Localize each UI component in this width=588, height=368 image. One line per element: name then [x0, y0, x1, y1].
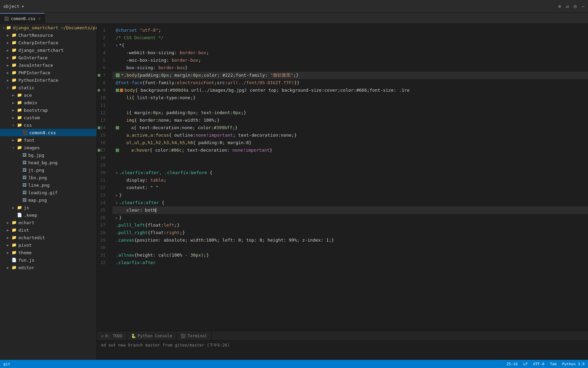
- gear-icon[interactable]: ⚙: [574, 3, 577, 10]
- fold-marker[interactable]: [116, 193, 118, 198]
- sidebar-item-bootstrap[interactable]: ▶ 📁 bootstrap: [0, 106, 97, 114]
- folder-icon: 📁: [17, 100, 22, 105]
- sidebar-label: echartedit: [18, 235, 45, 240]
- sidebar-item-font[interactable]: ▶ 📁 font: [0, 136, 97, 144]
- folder-arrow: ▶: [7, 41, 10, 45]
- folder-icon: 📁: [6, 25, 11, 30]
- folder-icon: 📁: [12, 40, 17, 45]
- fold-marker[interactable]: [116, 170, 118, 175]
- terminal-tab-todo[interactable]: ☑ 6: TODO: [97, 331, 127, 341]
- tab-icon: ⬛: [4, 16, 9, 21]
- token: box-sizing:: [116, 64, 158, 71]
- sidebar-item-theme[interactable]: ▶ 📁 theme: [0, 249, 97, 256]
- token: content: " ": [116, 184, 158, 191]
- sidebar-item-bg-jpg[interactable]: 🖼 bg.jpg: [0, 151, 97, 159]
- sidebar-item-comon0-css[interactable]: ⬛ comon0.css: [0, 129, 97, 136]
- fold-marker[interactable]: [116, 43, 118, 48]
- fold-marker[interactable]: [116, 215, 118, 220]
- sidebar-item-fun-js[interactable]: 📄 fun.js: [0, 256, 97, 264]
- folder-icon: 📁: [17, 145, 22, 150]
- line-num-5: 5: [97, 57, 108, 64]
- sidebar-item-django_smartchart[interactable]: ▾ 📁 django_smartchart ~/Documents/projec: [0, 24, 97, 31]
- sidebar-label: bg.jpg: [28, 153, 44, 158]
- sidebar-item-editor[interactable]: ▶ 📁 editor: [0, 264, 97, 271]
- sidebar-item-echart[interactable]: ▶ 📁 echart: [0, 219, 97, 226]
- sidebar-item-css[interactable]: ▾ 📁 css: [0, 121, 97, 129]
- token: ol,ul,p,h1,h2,h3,h4,h5,h6: [126, 139, 193, 146]
- todo-icon: ☑: [101, 334, 103, 338]
- sidebar-item-ChartResource[interactable]: ▶ 📁 ChartResource: [0, 31, 97, 39]
- sidebar-item-js[interactable]: ▶ 📁 js: [0, 204, 97, 211]
- token: [116, 117, 126, 124]
- sidebar-item-PHPInterface[interactable]: ▶ 📁 PHPInterface: [0, 69, 97, 76]
- folder-arrow: ▾: [7, 86, 10, 90]
- python-icon: 🐍: [131, 334, 136, 338]
- token: @font-face: [116, 79, 142, 86]
- token: {: [159, 199, 164, 206]
- tab-comon0-css[interactable]: ⬛ comon0.css ✕: [0, 13, 45, 24]
- line-num-4: 4: [97, 49, 108, 57]
- sidebar-item-images[interactable]: ▾ 📁 images: [0, 144, 97, 151]
- sidebar-item-ace[interactable]: ▶ 📁 ace: [0, 91, 97, 99]
- code-line-17: a:hover{ color:#06c; text-decoration: no…: [112, 147, 588, 154]
- token: {height: calc(100% -: [134, 252, 190, 259]
- folder-arrow: ▶: [12, 206, 16, 210]
- sidebar-item-dist[interactable]: ▶ 📁 dist: [0, 226, 97, 234]
- token: border-box: [172, 57, 198, 64]
- sidebar-item-custom[interactable]: ▶ 📁 custom: [0, 114, 97, 121]
- top-bar-actions: ⊕ ⇄ ⚙ —: [558, 3, 585, 10]
- code-line-1: @charset "utf-8";: [112, 27, 588, 34]
- sidebar-item-django_smartchart2[interactable]: ▶ 📁 django_smartchart: [0, 46, 97, 54]
- sidebar-label: GoInterface: [18, 55, 48, 60]
- sidebar-item-lbx-png[interactable]: 🖼 lbx.png: [0, 174, 97, 181]
- marker-green: [116, 89, 119, 92]
- folder-icon: 📁: [17, 138, 22, 142]
- file-js-icon: 📄: [12, 258, 17, 262]
- sidebar-item-jt-png[interactable]: 🖼 jt.png: [0, 166, 97, 174]
- line-num-32: 32: [97, 259, 108, 266]
- sidebar-item-pivot[interactable]: ▶ 📁 pivot: [0, 241, 97, 249]
- sidebar-label: editor: [18, 265, 34, 270]
- terminal-tab-python[interactable]: 🐍 Python Console: [127, 331, 177, 341]
- globe-icon[interactable]: ⊕: [558, 3, 561, 10]
- terminal-tab-terminal[interactable]: ⬛ Terminal: [177, 331, 212, 341]
- folder-arrow: ▶: [7, 243, 10, 247]
- line-num-14: 14: [97, 124, 108, 132]
- token: li: [126, 94, 132, 101]
- token: ; margin:: [169, 72, 193, 79]
- sidebar-item-loading-gif[interactable]: 🖼 loading.gif: [0, 189, 97, 196]
- sidebar-label: echart: [18, 220, 34, 225]
- sidebar-item-JavaInterface[interactable]: ▶ 📁 JavaInterface: [0, 61, 97, 69]
- sidebar-item-head-bg-png[interactable]: 🖼 head_bg.png: [0, 159, 97, 166]
- sidebar-item-static[interactable]: ▾ 📁 static: [0, 84, 97, 91]
- line-num-7: 7: [97, 72, 108, 79]
- code-view[interactable]: 1 2 3 4 5 6 7 8 9 10 11 12 13 14 15 16 1…: [97, 24, 588, 331]
- sidebar-item-GoInterface[interactable]: ▶ 📁 GoInterface: [0, 54, 97, 61]
- minimize-icon[interactable]: —: [582, 3, 585, 10]
- token: clear: both: [116, 207, 156, 214]
- code-content[interactable]: @charset "utf-8"; /* CSS Document */ *{ …: [112, 24, 588, 331]
- token: display:: [116, 177, 150, 184]
- sidebar-label: images: [24, 145, 40, 150]
- sidebar-item-CsharpInterface[interactable]: ▶ 📁 CsharpInterface: [0, 39, 97, 46]
- code-line-32: .clearfix:after: [112, 259, 588, 266]
- sidebar-item-PythonInterface[interactable]: ▶ 📁 PythonInterface: [0, 76, 97, 84]
- token: left: [164, 222, 174, 229]
- folder-icon: 📁: [12, 250, 17, 255]
- sidebar-label: dist: [18, 228, 29, 233]
- token: 30px: [190, 252, 201, 259]
- sidebar-item-line-png[interactable]: 🖼 line.png: [0, 181, 97, 189]
- project-selector[interactable]: object ▾: [3, 4, 24, 9]
- token: {font-family:: [142, 79, 177, 86]
- fold-marker[interactable]: [116, 200, 118, 205]
- sidebar-item-echartedit[interactable]: ▶ 📁 echartedit: [0, 234, 97, 241]
- sidebar-item-admin[interactable]: ▶ 📁 admin: [0, 99, 97, 106]
- sidebar-item-keep[interactable]: 📄 .keep: [0, 211, 97, 219]
- split-icon[interactable]: ⇄: [566, 3, 569, 10]
- code-line-20: .clearfix:after, .clearfix:before {: [112, 169, 588, 177]
- sidebar-item-map-png[interactable]: 🖼 map.png: [0, 196, 97, 204]
- token: -webkit-box-sizing:: [116, 49, 180, 56]
- tab-close-icon[interactable]: ✕: [38, 17, 40, 20]
- token: );}: [201, 252, 209, 259]
- line-num-24: 24: [97, 199, 108, 206]
